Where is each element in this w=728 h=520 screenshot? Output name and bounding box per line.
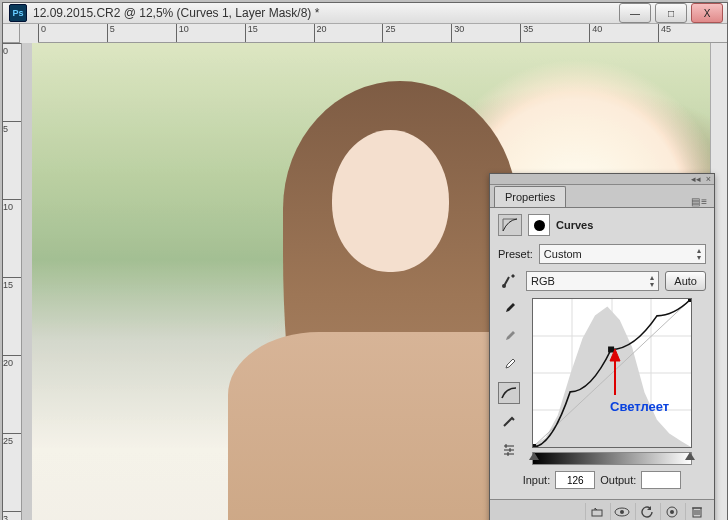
ruler-corner (3, 24, 20, 43)
title-bar[interactable]: Ps 12.09.2015.CR2 @ 12,5% (Curves 1, Lay… (3, 3, 727, 24)
reset-icon[interactable] (635, 503, 658, 520)
ruler-v-tick: 10 (3, 199, 21, 277)
properties-panel[interactable]: ◂◂ × Properties ▤≡ Curves Preset: (489, 173, 715, 520)
curves-graph[interactable]: Светлеет (532, 298, 692, 448)
panel-menu-icon[interactable]: ▤≡ (691, 196, 708, 207)
ruler-v-tick: 0 (3, 43, 21, 121)
input-field[interactable] (555, 471, 595, 489)
ruler-h-tick: 15 (245, 24, 314, 42)
ruler-v-tick: 3 (3, 511, 21, 520)
svg-rect-10 (608, 346, 614, 352)
ruler-horizontal[interactable]: 0 5 10 15 20 25 30 35 40 45 (38, 24, 727, 43)
ruler-v-tick: 25 (3, 433, 21, 511)
white-point-slider[interactable] (685, 452, 695, 460)
close-panel-icon[interactable]: × (706, 174, 711, 184)
ruler-h-tick: 25 (382, 24, 451, 42)
collapse-panel-icon[interactable]: ◂◂ (691, 174, 701, 184)
ruler-h-tick: 40 (589, 24, 658, 42)
document-title: 12.09.2015.CR2 @ 12,5% (Curves 1, Layer … (33, 6, 619, 20)
ruler-v-tick: 15 (3, 277, 21, 355)
black-point-slider[interactable] (529, 452, 539, 460)
toggle-visibility-icon[interactable] (660, 503, 683, 520)
panel-footer (490, 499, 714, 520)
ruler-v-tick: 20 (3, 355, 21, 433)
app-window: Ps 12.09.2015.CR2 @ 12,5% (Curves 1, Lay… (2, 2, 728, 520)
input-gradient-strip[interactable] (532, 452, 692, 465)
eyedropper-white-icon[interactable] (498, 354, 520, 376)
auto-button[interactable]: Auto (665, 271, 706, 291)
svg-rect-14 (592, 510, 602, 516)
eyedropper-gray-icon[interactable] (498, 326, 520, 348)
delete-adjustment-icon[interactable] (685, 503, 708, 520)
curve-annotation: Светлеет (610, 399, 669, 414)
channel-value: RGB (531, 275, 555, 287)
draw-curve-tool-icon[interactable] (498, 410, 520, 432)
svg-rect-11 (688, 299, 691, 302)
ruler-h-tick: 5 (107, 24, 176, 42)
clip-to-layer-icon[interactable] (585, 503, 608, 520)
input-label: Input: (523, 474, 551, 486)
options-tool-icon[interactable] (498, 438, 520, 460)
photo-face (332, 130, 449, 272)
adjustment-title: Curves (556, 219, 593, 231)
svg-point-18 (670, 510, 674, 514)
preset-select[interactable]: Custom ▴▾ (539, 244, 706, 264)
maximize-button[interactable]: □ (655, 3, 687, 23)
ruler-v-tick: 5 (3, 121, 21, 199)
panel-tabs: Properties ▤≡ (490, 185, 714, 208)
output-field[interactable] (641, 471, 681, 489)
tab-properties[interactable]: Properties (494, 186, 566, 207)
preset-value: Custom (544, 248, 582, 260)
close-button[interactable]: X (691, 3, 723, 23)
output-label: Output: (600, 474, 636, 486)
ruler-h-tick: 30 (451, 24, 520, 42)
ruler-h-tick: 45 (658, 24, 727, 42)
channel-select[interactable]: RGB ▴▾ (526, 271, 659, 291)
panel-topstrip: ◂◂ × (490, 174, 714, 185)
ruler-h-tick: 20 (314, 24, 383, 42)
layer-mask-icon[interactable] (528, 214, 550, 236)
ruler-h-tick: 0 (38, 24, 107, 42)
preset-label: Preset: (498, 248, 533, 260)
eyedropper-black-icon[interactable] (498, 298, 520, 320)
ruler-vertical[interactable]: 0 5 10 15 20 25 3 (3, 43, 22, 520)
target-adjust-tool-icon[interactable] (498, 270, 520, 292)
view-previous-icon[interactable] (610, 503, 633, 520)
svg-rect-9 (533, 444, 536, 447)
ruler-h-tick: 35 (520, 24, 589, 42)
app-icon: Ps (9, 4, 27, 22)
minimize-button[interactable]: — (619, 3, 651, 23)
ruler-h-tick: 10 (176, 24, 245, 42)
svg-point-16 (620, 510, 624, 514)
edit-points-tool-icon[interactable] (498, 382, 520, 404)
svg-point-0 (502, 284, 506, 288)
curves-adjustment-icon[interactable] (498, 214, 522, 236)
